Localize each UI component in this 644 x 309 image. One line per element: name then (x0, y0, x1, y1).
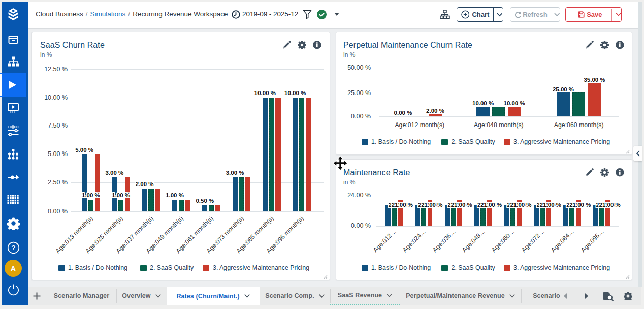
svg-text:?: ? (11, 244, 15, 252)
